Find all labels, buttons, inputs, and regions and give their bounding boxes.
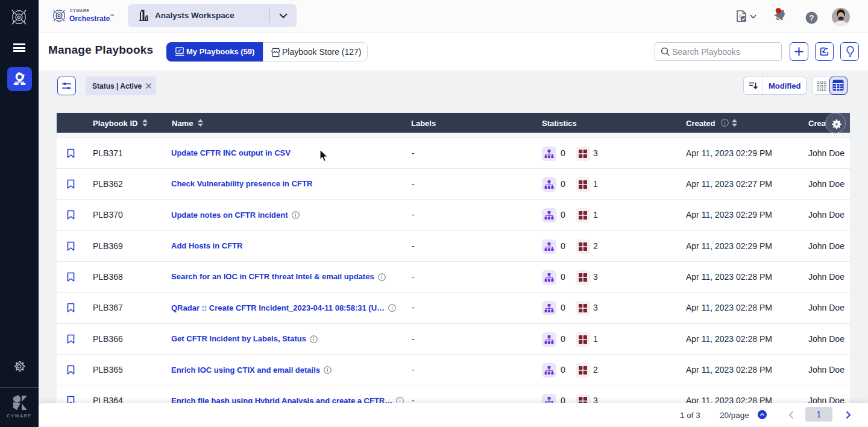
svg-text:?: ? — [810, 13, 814, 22]
